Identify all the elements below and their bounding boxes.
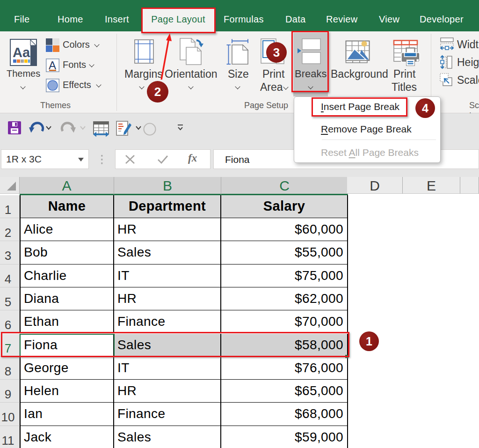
- svg-text:A: A: [49, 59, 56, 72]
- svg-text:Aa: Aa: [13, 45, 30, 60]
